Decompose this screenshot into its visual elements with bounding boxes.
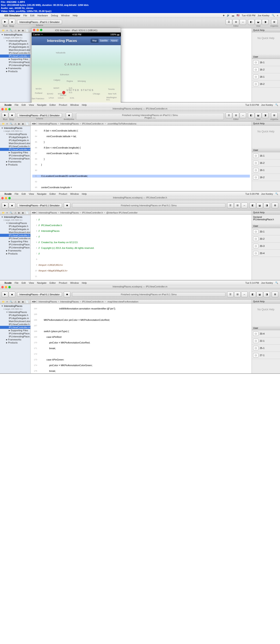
- clock[interactable]: Tue 5:03 PM: [245, 104, 259, 106]
- scheme-selector[interactable]: InterestingPlaces › iPad 6.1 Simulator: [17, 292, 62, 296]
- debug-menu[interactable]: Debug: [51, 14, 58, 17]
- help-menu[interactable]: Help: [82, 104, 87, 106]
- util-pane-button[interactable]: ◨: [262, 112, 268, 118]
- window-menu[interactable]: Window: [70, 192, 79, 195]
- stop-button[interactable]: ■: [9, 292, 15, 297]
- tree-file[interactable]: MainStoryboard.storyboard: [0, 231, 30, 234]
- tree-group[interactable]: ▶Supporting Files: [0, 151, 30, 154]
- tree-group[interactable]: ▶Frameworks: [0, 67, 30, 70]
- code-editor[interactable]: ◀ ▶ | InterestingPlaces › InterestingPla…: [31, 122, 252, 191]
- tree-group[interactable]: ▶Products: [0, 341, 30, 344]
- code-area[interactable]: 83 if (lat < minCoordinate.latitude) { 8…: [31, 126, 252, 191]
- organizer-button[interactable]: ⊞: [272, 292, 278, 297]
- code-area[interactable]: 164 initWithAnnotation:annotation reuseI…: [31, 304, 252, 373]
- snippet-item[interactable]: { }16-2: [252, 160, 280, 166]
- zoom-button[interactable]: [40, 29, 42, 31]
- seg-satellite[interactable]: Satellite: [98, 39, 110, 42]
- tree-group[interactable]: ▶Supporting Files: [0, 58, 30, 61]
- stop-button[interactable]: ■: [9, 112, 15, 118]
- app-menu[interactable]: Xcode: [4, 282, 12, 284]
- breakpoints-button[interactable]: ◆: [64, 292, 70, 297]
- breakpoint-nav-icon[interactable]: ◆: [22, 29, 24, 32]
- snippet-item[interactable]: { }22-1: [252, 337, 280, 344]
- edit-menu[interactable]: Edit: [30, 14, 34, 17]
- run-button[interactable]: ▶: [2, 202, 8, 208]
- spotlight-icon[interactable]: 🔍: [272, 14, 275, 17]
- tree-file-selected[interactable]: IPLViewController.m: [0, 54, 30, 58]
- user-name[interactable]: Joe Keeley: [261, 104, 273, 106]
- assistant-editor-button[interactable]: ⊟: [233, 112, 239, 118]
- file-menu[interactable]: File: [15, 282, 19, 284]
- standard-editor-button[interactable]: ☰: [227, 202, 234, 208]
- tree-file[interactable]: IPLInterestingPlace.h: [0, 332, 30, 335]
- project-header[interactable]: ▼InterestingPlaces: [0, 33, 30, 37]
- view-menu[interactable]: View: [29, 104, 34, 106]
- window-titlebar[interactable]: InterestingPlaces.xcodeproj — IPLViewCon…: [0, 285, 280, 289]
- stop-button[interactable]: ■: [9, 202, 15, 208]
- close-button[interactable]: [33, 29, 35, 31]
- scheme-selector[interactable]: InterestingPlaces › iPad 6.1 Simulator: [17, 113, 62, 118]
- tree-file-selected[interactable]: IPLViewController.m: [0, 148, 30, 151]
- tree-file[interactable]: IPLAppDelegate.m: [0, 139, 30, 142]
- snippet-item[interactable]: { }25-1: [252, 344, 280, 352]
- snippet-item[interactable]: { }27-1: [252, 352, 280, 359]
- nav-pane-button[interactable]: ◧: [248, 112, 254, 118]
- nav-pane-button[interactable]: ◧: [249, 292, 256, 297]
- tree-file[interactable]: IPLAppDelegate.m: [0, 228, 30, 231]
- product-menu[interactable]: Product: [59, 192, 67, 195]
- version-editor-button[interactable]: ↔: [240, 19, 246, 25]
- edit-menu[interactable]: Edit: [22, 282, 26, 284]
- view-menu[interactable]: View: [29, 192, 34, 195]
- tree-file[interactable]: IPLViewController.m: [0, 237, 30, 240]
- minimize-button[interactable]: [37, 29, 39, 31]
- organizer-button[interactable]: ⊞: [272, 202, 278, 208]
- window-titlebar[interactable]: InterestingPlaces.xcodeproj — IPLViewCon…: [0, 196, 280, 200]
- library-filter[interactable]: User: [253, 225, 258, 227]
- tree-file[interactable]: IPLInterestingPlace.h: [0, 154, 30, 157]
- zoom-button[interactable]: [8, 197, 11, 199]
- snippet-item[interactable]: { }18-1: [252, 73, 280, 80]
- help-menu[interactable]: Help: [82, 282, 87, 284]
- debug-pane-button[interactable]: ⬓: [256, 292, 263, 297]
- tree-file[interactable]: IPLViewController.h: [0, 323, 30, 326]
- app-menu[interactable]: Xcode: [4, 192, 12, 195]
- tree-group[interactable]: ▶Products: [0, 70, 30, 73]
- version-editor-button[interactable]: ↔: [241, 202, 248, 208]
- tree-group[interactable]: ▶Supporting Files: [0, 329, 30, 332]
- close-button[interactable]: [1, 286, 4, 288]
- minimize-button[interactable]: [5, 286, 7, 288]
- tree-group[interactable]: ▶Frameworks: [0, 249, 30, 252]
- navigate-menu[interactable]: Navigate: [37, 282, 46, 284]
- spotlight-icon[interactable]: 🔍: [275, 281, 278, 284]
- project-nav-icon[interactable]: 📁: [2, 29, 5, 32]
- tree-file[interactable]: MainStoryboard.storyboard: [0, 142, 30, 145]
- file-menu[interactable]: File: [15, 192, 19, 195]
- window-menu[interactable]: Window: [70, 104, 79, 106]
- code-editor[interactable]: ◀ ▶ | InterestingPlaces › InterestingPla…: [31, 211, 252, 280]
- snippet-item[interactable]: { }20-3: [252, 242, 280, 250]
- help-menu[interactable]: Help: [82, 192, 87, 195]
- tree-group[interactable]: ▼InterestingPlaces: [0, 132, 30, 136]
- tree-file[interactable]: IPLInterestingPlace.m: [0, 246, 30, 249]
- seg-hybrid[interactable]: Hybrid: [109, 39, 119, 42]
- tree-file[interactable]: IPLViewController.h: [0, 145, 30, 148]
- window-menu[interactable]: Window: [70, 282, 79, 284]
- tree-file[interactable]: IPLAppDelegate.h: [0, 42, 30, 45]
- breakpoints-button[interactable]: ◆: [64, 202, 70, 208]
- snippet-item[interactable]: { }20-2: [252, 235, 280, 242]
- minimize-button[interactable]: [5, 108, 7, 110]
- map-type-control[interactable]: Map Satellite Hybrid: [91, 38, 119, 43]
- stop-button[interactable]: ■: [9, 19, 15, 25]
- snippet-item[interactable]: { }20-4: [252, 330, 280, 337]
- spotlight-icon[interactable]: 🔍: [275, 192, 278, 195]
- organizer-button[interactable]: ⊞: [271, 112, 277, 118]
- tree-file[interactable]: IPLInterestingPlace.m: [0, 64, 30, 67]
- navigate-menu[interactable]: Navigate: [37, 104, 46, 106]
- snippet-item[interactable]: { }18-2: [252, 174, 280, 181]
- tree-group[interactable]: ▼InterestingPlaces: [0, 39, 30, 42]
- scheme-selector[interactable]: InterestingPlaces › iPad 6.1 Simulator: [17, 20, 62, 24]
- tree-file-selected[interactable]: IPLViewController.m: [0, 326, 30, 329]
- library-filter[interactable]: User: [253, 327, 258, 329]
- wifi-icon[interactable]: ◈: [223, 14, 224, 17]
- app-menu[interactable]: Xcode: [4, 104, 12, 106]
